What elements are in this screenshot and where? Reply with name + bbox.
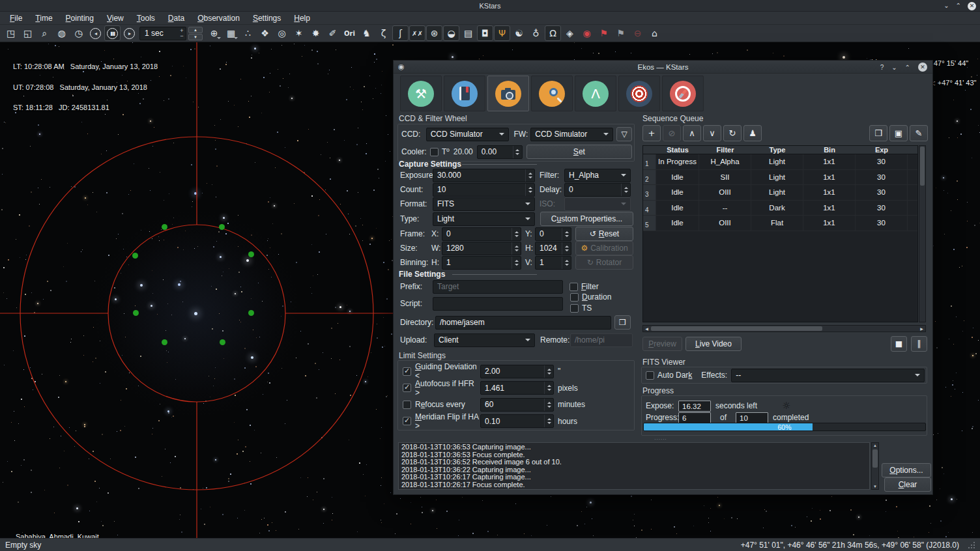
eyepiece-view-icon[interactable]: ☯ xyxy=(511,25,527,41)
cooler-checkbox[interactable] xyxy=(430,148,439,156)
directory-input[interactable]: /home/jasem xyxy=(435,316,611,330)
reset-frame-button[interactable]: ↺Reset xyxy=(575,227,633,241)
format-select[interactable]: FITS xyxy=(433,197,535,211)
lock-position-icon[interactable]: Ω xyxy=(545,25,561,41)
type-select[interactable]: Light xyxy=(433,212,535,226)
size-h-input[interactable]: 1024 xyxy=(535,242,571,255)
filter-select[interactable]: H_Alpha xyxy=(564,169,631,182)
tab-align[interactable] xyxy=(662,76,704,111)
tab-scheduler[interactable] xyxy=(444,76,485,111)
set-temperature-button[interactable]: Set xyxy=(526,145,632,159)
menu-tools[interactable]: Tools xyxy=(131,12,161,24)
toggle-constellation-boundaries-icon[interactable]: ✗✗ xyxy=(409,25,425,41)
menu-time[interactable]: Time xyxy=(29,12,58,24)
toggle-ground-icon[interactable]: ◒ xyxy=(443,25,459,41)
gray-flag-icon[interactable]: ⚑ xyxy=(612,25,629,41)
ekos-help-button[interactable]: ? xyxy=(880,64,884,71)
menu-help[interactable]: Help xyxy=(288,12,316,24)
toggle-constellation-lines-icon[interactable]: ζ xyxy=(375,25,392,41)
queue-horizontal-scrollbar[interactable]: ◀ ▶ xyxy=(642,325,926,332)
live-video-button[interactable]: Live Video xyxy=(685,337,742,351)
toggle-milky-way-icon[interactable]: ʃ xyxy=(392,25,409,41)
menu-data[interactable]: Data xyxy=(162,12,190,24)
limit-value-input[interactable]: 2.00 xyxy=(480,365,554,378)
exposure-input[interactable]: 30.000 xyxy=(433,169,535,182)
tab-mount[interactable]: Λ xyxy=(575,76,616,111)
temperature-setpoint[interactable]: 0.00 xyxy=(477,145,523,159)
window-minimize-button[interactable]: ⌄ xyxy=(944,0,949,12)
toggle-satellites-icon[interactable]: ✸ xyxy=(308,25,324,41)
move-job-up-button[interactable]: ∧ xyxy=(683,125,701,141)
toggle-deep-sky-icon[interactable]: ❖ xyxy=(257,25,273,41)
ekos-close-button[interactable]: ✕ xyxy=(918,63,927,72)
size-w-input[interactable]: 1280 xyxy=(442,242,521,255)
toggle-constellation-art-icon[interactable]: ♞ xyxy=(358,25,375,41)
log-scrollbar[interactable] xyxy=(871,442,879,490)
effects-select[interactable]: -- xyxy=(731,369,925,382)
tab-focus[interactable] xyxy=(531,76,573,111)
menu-settings[interactable]: Settings xyxy=(247,12,287,24)
frame-y-input[interactable]: 0 xyxy=(535,227,571,241)
window-close-button[interactable]: ✕ xyxy=(968,2,976,10)
capture-log[interactable]: 2018-01-13T10:36:53 Capturing image...20… xyxy=(398,442,870,490)
custom-properties-button[interactable]: Custom Properties... xyxy=(540,212,633,226)
upload-select[interactable]: Client xyxy=(434,333,535,347)
duration-suffix-checkbox[interactable] xyxy=(570,293,579,302)
filter-wheel-select[interactable]: CCD Simulator xyxy=(530,128,613,141)
time-step-interval-input[interactable]: 1 sec+− xyxy=(139,27,186,40)
prefix-input[interactable]: Target xyxy=(433,280,563,294)
ekos-minimize-button[interactable]: ⌄ xyxy=(891,64,897,71)
light-pollution-icon[interactable]: Ψ xyxy=(494,25,510,41)
tab-setup[interactable]: ⚒ xyxy=(400,76,442,111)
zoom-window-icon[interactable]: ◱ xyxy=(20,25,36,41)
set-time-icon[interactable]: ◷ xyxy=(70,25,87,41)
save-sequence-button[interactable]: ▣ xyxy=(889,125,908,141)
time-step-forward-icon[interactable]: ▸ xyxy=(121,25,137,41)
ekos-titlebar[interactable]: ◉ Ekos — KStars ? ⌄ ⌃ ✕ xyxy=(394,61,932,74)
toggle-horizon-pen-icon[interactable]: ✐ xyxy=(324,25,341,41)
sequence-queue-table[interactable]: StatusFilterTypeBinExp1In ProgressH_Alph… xyxy=(642,145,918,322)
toggle-solar-system-icon[interactable]: ◎ xyxy=(274,25,290,41)
time-pause-icon[interactable]: ▮▮ xyxy=(104,25,121,41)
indi-control-panel-icon[interactable]: ◘ xyxy=(477,25,493,41)
splitter-handle[interactable]: ∙∙∙∙∙∙ xyxy=(654,436,667,442)
dome-icon[interactable]: ⌂ xyxy=(646,25,663,41)
ts-suffix-checkbox[interactable] xyxy=(570,304,579,313)
observation-list-icon[interactable]: ▤ xyxy=(460,25,476,41)
limit-checkbox-2[interactable] xyxy=(403,384,411,392)
sequence-job-row[interactable]: 5IdleOIIIFlat1x130 xyxy=(643,216,917,231)
save-sequence-as-button[interactable]: ✎ xyxy=(910,125,928,141)
sequence-job-row[interactable]: 1In ProgressH_AlphaLight1x130 xyxy=(643,154,917,170)
toggle-supernovae-icon[interactable]: ✶ xyxy=(291,25,307,41)
tab-capture[interactable] xyxy=(487,76,529,111)
scroll-right-icon[interactable]: ▶ xyxy=(918,326,925,331)
auto-dark-checkbox[interactable] xyxy=(646,371,654,380)
script-input[interactable] xyxy=(433,297,563,311)
resize-grip[interactable] xyxy=(968,542,975,548)
add-job-button[interactable]: + xyxy=(642,125,661,141)
find-object-icon[interactable]: ⌕ xyxy=(36,25,53,41)
sequence-job-row[interactable]: 3IdleOIIILight1x130 xyxy=(643,185,917,201)
limit-value-input[interactable]: 0.10 xyxy=(480,414,554,428)
options-button[interactable]: Options... xyxy=(882,463,931,477)
menu-view[interactable]: View xyxy=(101,12,130,24)
scroll-left-icon[interactable]: ◀ xyxy=(643,326,650,331)
time-step-back-icon[interactable]: ◂ xyxy=(87,25,104,41)
window-maximize-button[interactable]: ⌃ xyxy=(956,0,961,12)
ccd-select[interactable]: CCD Simulator xyxy=(426,128,509,141)
menu-pointing[interactable]: Pointing xyxy=(60,12,100,24)
reset-queue-button[interactable]: ↻ xyxy=(723,125,742,141)
queue-vertical-scrollbar[interactable] xyxy=(919,145,926,322)
limit-checkbox-3[interactable] xyxy=(403,401,411,409)
delay-input[interactable]: 0 xyxy=(564,183,631,197)
frame-x-input[interactable]: 0 xyxy=(442,227,521,241)
zoom-fit-icon[interactable]: ◳ xyxy=(3,25,19,41)
sequence-job-row[interactable]: 2IdleSIILight1x130 xyxy=(643,170,917,186)
filter-manager-button[interactable]: ▽ xyxy=(616,127,632,141)
toggle-constellation-names-icon[interactable]: Ori xyxy=(341,25,358,41)
limit-value-input[interactable]: 60 xyxy=(480,398,554,412)
open-sequence-button[interactable]: ❒ xyxy=(869,125,887,141)
browse-directory-button[interactable]: ❒ xyxy=(614,315,631,330)
telescope-crosshair-icon[interactable]: ♁ xyxy=(528,25,544,41)
menu-observation[interactable]: Observation xyxy=(192,12,246,24)
